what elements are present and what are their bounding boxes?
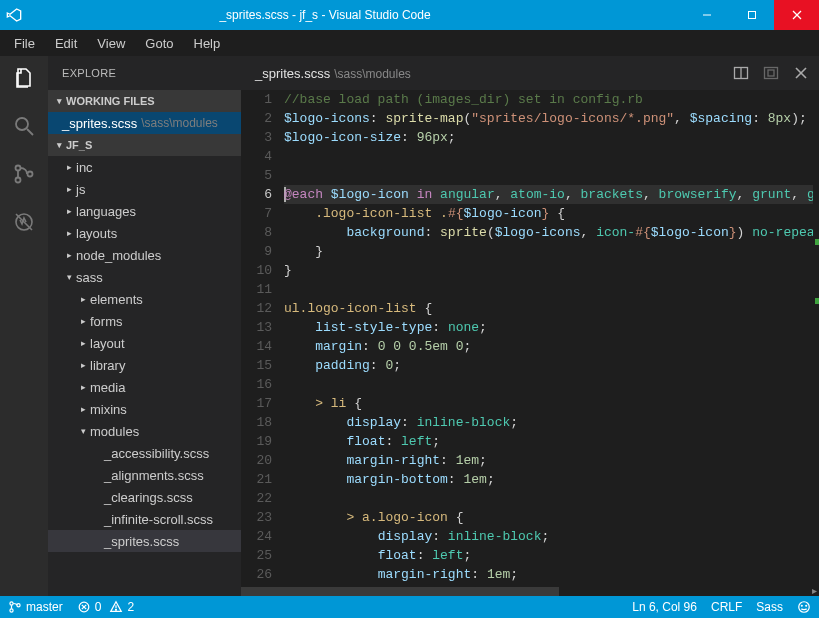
folder-item[interactable]: ▸library [48, 354, 241, 376]
code-line[interactable]: > li { [284, 394, 819, 413]
code-line[interactable] [284, 375, 819, 394]
activity-bar [0, 56, 48, 596]
menu-file[interactable]: File [6, 33, 43, 54]
svg-point-6 [16, 166, 21, 171]
folder-item[interactable]: ▸languages [48, 200, 241, 222]
section-project[interactable]: ▾ JF_S [48, 134, 241, 156]
status-problems[interactable]: 0 2 [77, 600, 134, 614]
menu-edit[interactable]: Edit [47, 33, 85, 54]
status-git-branch[interactable]: master [8, 600, 63, 614]
editor-tab[interactable]: _sprites.scss \sass\modules [255, 66, 733, 81]
folder-item[interactable]: ▸elements [48, 288, 241, 310]
folder-item[interactable]: ▸js [48, 178, 241, 200]
file-item[interactable]: _alignments.scss [48, 464, 241, 486]
code-line[interactable] [284, 280, 819, 299]
warning-icon [109, 600, 123, 614]
code-line[interactable] [284, 166, 819, 185]
folder-item[interactable]: ▸layout [48, 332, 241, 354]
folder-item[interactable]: ▾sass [48, 266, 241, 288]
chevron-right-icon: ▸ [76, 404, 90, 414]
tree-item-label: layout [90, 336, 125, 351]
activity-explorer-icon[interactable] [10, 64, 38, 92]
code-line[interactable]: margin-right: 1em; [284, 451, 819, 470]
code-line[interactable]: float: left; [284, 546, 819, 565]
code-line[interactable]: .logo-icon-list .#{$logo-icon} { [284, 204, 819, 223]
code-line[interactable]: margin: 0 0 0.5em 0; [284, 337, 819, 356]
code-content[interactable]: //base load path (images_dir) set in con… [284, 90, 819, 586]
menu-help[interactable]: Help [186, 33, 229, 54]
menu-goto[interactable]: Goto [137, 33, 181, 54]
code-line[interactable]: background: sprite($logo-icons, icon-#{$… [284, 223, 819, 242]
line-number: 22 [241, 489, 272, 508]
activity-git-icon[interactable] [10, 160, 38, 188]
code-line[interactable]: > a.logo-icon { [284, 508, 819, 527]
folder-item[interactable]: ▸layouts [48, 222, 241, 244]
scrollbar-thumb[interactable] [241, 587, 559, 596]
status-branch-label: master [26, 600, 63, 614]
code-line[interactable]: display: inline-block; [284, 527, 819, 546]
svg-point-25 [799, 602, 810, 613]
code-line[interactable] [284, 489, 819, 508]
code-line[interactable]: margin-bottom: 1em; [284, 470, 819, 489]
status-cursor-position[interactable]: Ln 6, Col 96 [632, 600, 697, 614]
folder-item[interactable]: ▾modules [48, 420, 241, 442]
window-minimize-button[interactable] [684, 0, 729, 30]
code-line[interactable]: $logo-icons: sprite-map("sprites/logo-ic… [284, 109, 819, 128]
file-item[interactable]: _sprites.scss [48, 530, 241, 552]
folder-item[interactable]: ▸inc [48, 156, 241, 178]
working-file-item[interactable]: _sprites.scss\sass\modules [48, 112, 241, 134]
close-editor-icon[interactable] [793, 65, 809, 81]
folder-item[interactable]: ▸mixins [48, 398, 241, 420]
code-line[interactable]: } [284, 242, 819, 261]
code-line[interactable]: @each $logo-icon in angular, atom-io, br… [284, 185, 819, 204]
menu-view[interactable]: View [89, 33, 133, 54]
code-line[interactable] [284, 147, 819, 166]
horizontal-scrollbar[interactable]: ▸ [241, 586, 819, 596]
overview-ruler[interactable] [813, 90, 819, 586]
tree-item-label: library [90, 358, 125, 373]
scrollbar-right-arrow-icon[interactable]: ▸ [812, 585, 817, 596]
chevron-right-icon: ▸ [62, 228, 76, 238]
file-item[interactable]: _clearings.scss [48, 486, 241, 508]
split-editor-icon[interactable] [733, 65, 749, 81]
section-working-files[interactable]: ▾ WORKING FILES [48, 90, 241, 112]
status-feedback-icon[interactable] [797, 600, 811, 614]
chevron-down-icon: ▾ [76, 426, 90, 436]
statusbar: master 0 2 Ln 6, Col 96 CRLF Sass [0, 596, 819, 618]
tree-item-label: layouts [76, 226, 117, 241]
window-maximize-button[interactable] [729, 0, 774, 30]
code-line[interactable]: list-style-type: none; [284, 318, 819, 337]
folder-item[interactable]: ▸media [48, 376, 241, 398]
chevron-down-icon: ▾ [52, 96, 66, 106]
code-line[interactable]: $logo-icon-size: 96px; [284, 128, 819, 147]
working-files-list: _sprites.scss\sass\modules [48, 112, 241, 134]
tree-item-label: languages [76, 204, 136, 219]
line-number: 23 [241, 508, 272, 527]
svg-rect-13 [765, 68, 778, 79]
activity-search-icon[interactable] [10, 112, 38, 140]
code-editor[interactable]: 1234567891011121314151617181920212223242… [241, 90, 819, 586]
line-number: 12 [241, 299, 272, 318]
code-line[interactable]: } [284, 261, 819, 280]
code-line[interactable]: float: left; [284, 432, 819, 451]
window-close-button[interactable] [774, 0, 819, 30]
line-number-gutter: 1234567891011121314151617181920212223242… [241, 90, 284, 586]
chevron-down-icon: ▾ [52, 140, 66, 150]
window-titlebar: _sprites.scss - jf_s - Visual Studio Cod… [0, 0, 819, 30]
status-language[interactable]: Sass [756, 600, 783, 614]
editor-tabbar: _sprites.scss \sass\modules [241, 56, 819, 90]
file-item[interactable]: _accessibility.scss [48, 442, 241, 464]
code-line[interactable]: //base load path (images_dir) set in con… [284, 90, 819, 109]
code-line[interactable]: ul.logo-icon-list { [284, 299, 819, 318]
folder-item[interactable]: ▸forms [48, 310, 241, 332]
file-item[interactable]: _infinite-scroll.scss [48, 508, 241, 530]
more-actions-icon[interactable] [763, 65, 779, 81]
activity-debug-icon[interactable] [10, 208, 38, 236]
code-line[interactable]: margin-right: 1em; [284, 565, 819, 584]
folder-item[interactable]: ▸node_modules [48, 244, 241, 266]
code-line[interactable]: padding: 0; [284, 356, 819, 375]
status-eol[interactable]: CRLF [711, 600, 742, 614]
code-line[interactable]: display: inline-block; [284, 413, 819, 432]
editor-tab-name: _sprites.scss [255, 66, 330, 81]
line-number: 17 [241, 394, 272, 413]
